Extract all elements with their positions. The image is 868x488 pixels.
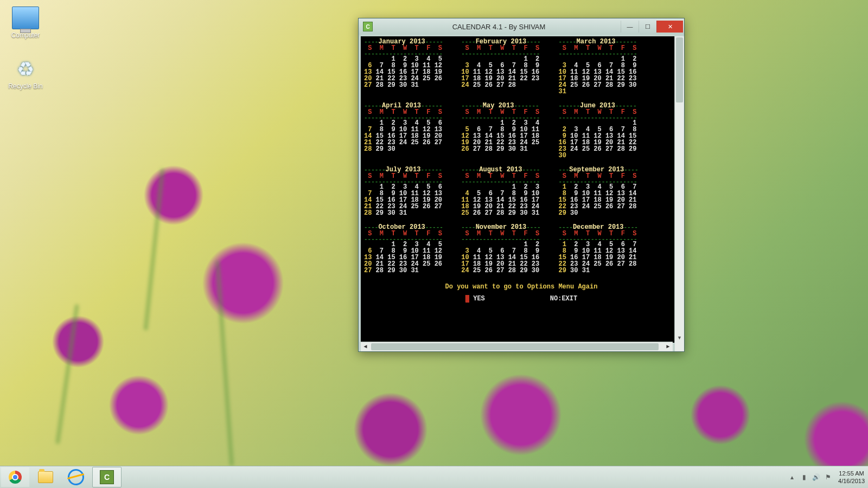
option-yes[interactable]: █ YES — [465, 296, 485, 302]
month-block: ----November 2013---- S M T W T F S-----… — [461, 224, 543, 274]
minimize-button[interactable]: — — [621, 21, 639, 33]
month-block: ----October 2013----- S M T W T F S-----… — [364, 224, 446, 274]
tray-flag-icon[interactable]: ⚑ — [824, 473, 832, 481]
titlebar[interactable]: C CALENDAR 4.1 - By SHIVAM — ☐ ✕ — [359, 18, 684, 35]
ie-icon — [66, 467, 86, 487]
month-block: ----February 2013---- S M T W T F S-----… — [461, 38, 543, 95]
scrollbar-thumb[interactable] — [371, 343, 659, 350]
horizontal-scrollbar[interactable]: ◄ ► — [361, 342, 673, 351]
desktop-icon-computer[interactable]: Computer — [5, 7, 46, 39]
scroll-down-arrow[interactable]: ▼ — [675, 333, 684, 343]
close-button[interactable]: ✕ — [656, 21, 683, 33]
clock-time: 12:55 AM — [838, 470, 865, 477]
scroll-left-arrow[interactable]: ◄ — [361, 342, 370, 351]
month-block: ----January 2013----- S M T W T F S-----… — [364, 38, 446, 95]
app-icon: C — [363, 22, 373, 31]
taskbar: C ▴ ▮ 🔊 ⚑ 12:55 AM 4/16/2013 — [0, 466, 868, 488]
clock-date: 4/16/2013 — [838, 477, 865, 485]
folder-icon — [38, 471, 53, 483]
taskbar-clock[interactable]: 12:55 AM 4/16/2013 — [838, 470, 865, 485]
console-output: ----January 2013----- S M T W T F S-----… — [361, 36, 682, 304]
month-block: ----December 2013---- S M T W T F S-----… — [558, 224, 640, 274]
prompt-text: Do you want to go to Options Menu Again — [364, 284, 679, 290]
chrome-icon — [9, 471, 22, 484]
scroll-right-arrow[interactable]: ► — [663, 342, 673, 351]
month-block: ------May 2013------- S M T W T F S-----… — [461, 102, 543, 159]
scrollbar-thumb[interactable] — [676, 37, 683, 102]
calendar-window: C CALENDAR 4.1 - By SHIVAM — ☐ ✕ ----Jan… — [358, 18, 685, 352]
console-area: ----January 2013----- S M T W T F S-----… — [361, 36, 682, 343]
month-block: ------July 2013------ S M T W T F S-----… — [364, 166, 446, 216]
recycle-bin-icon: ♻ — [12, 59, 39, 80]
desktop-icon-recycle-bin[interactable]: ♻ Recycle Bin — [5, 59, 46, 90]
taskbar-file-explorer[interactable] — [31, 467, 60, 487]
month-block: ---September 2013---- S M T W T F S-----… — [558, 166, 640, 216]
maximize-button[interactable]: ☐ — [639, 21, 656, 33]
tray-network-icon[interactable]: ▮ — [800, 473, 808, 481]
taskbar-internet-explorer[interactable] — [62, 467, 90, 487]
taskbar-calendar-app[interactable]: C — [92, 467, 122, 487]
tray-show-hidden-icon[interactable]: ▴ — [788, 473, 796, 481]
calendar-app-icon: C — [100, 470, 114, 484]
month-block: -----August 2013----- S M T W T F S-----… — [461, 166, 543, 216]
window-title: CALENDAR 4.1 - By SHIVAM — [377, 23, 621, 31]
vertical-scrollbar[interactable]: ▲ ▼ — [674, 36, 684, 343]
month-block: -----April 2013------ S M T W T F S-----… — [364, 102, 446, 159]
month-block: -----March 2013------ S M T W T F S-----… — [558, 38, 640, 95]
tray-volume-icon[interactable]: 🔊 — [812, 473, 820, 481]
month-block: ------June 2013------ S M T W T F S-----… — [558, 102, 640, 159]
option-no[interactable]: NO:EXIT — [550, 296, 577, 302]
computer-icon — [12, 7, 39, 29]
taskbar-chrome[interactable] — [1, 467, 29, 487]
system-tray: ▴ ▮ 🔊 ⚑ 12:55 AM 4/16/2013 — [786, 466, 868, 488]
desktop-icon-label: Recycle Bin — [5, 82, 46, 90]
scrollbar-corner — [675, 342, 684, 351]
